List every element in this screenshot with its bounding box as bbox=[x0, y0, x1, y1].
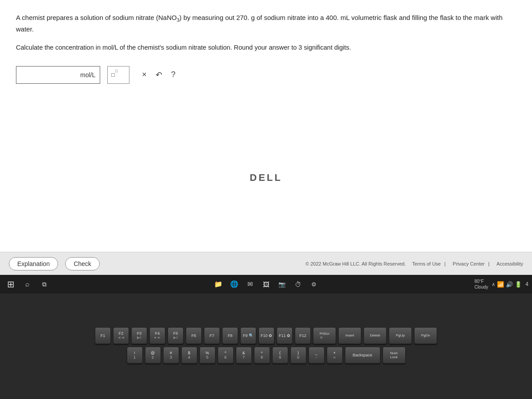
problem-statement: A chemist prepares a solution of sodium … bbox=[16, 12, 516, 35]
separator2: | bbox=[488, 261, 489, 266]
browser-icon[interactable]: 🌐 bbox=[228, 278, 240, 290]
unit-label: mol/L bbox=[80, 71, 95, 78]
key-7[interactable]: &7 bbox=[236, 347, 252, 364]
chevron-up-icon[interactable]: ∧ bbox=[492, 282, 495, 287]
key-backspace[interactable]: Backspace bbox=[345, 347, 380, 364]
number-key-row: !1 @2 #3 $4 %5 ^6 &7 *8 (9 )0 _- += Back… bbox=[127, 347, 406, 364]
taskbar-center: 📁 🌐 ✉ 🖼 📷 ⏱ ⚙ bbox=[212, 278, 320, 290]
key-f1[interactable]: F1 bbox=[95, 327, 111, 344]
key-f10[interactable]: F10 ✿ bbox=[258, 327, 274, 344]
bottom-bar: Explanation Check © 2022 McGraw Hill LLC… bbox=[0, 252, 532, 275]
search-icon[interactable]: ⌕ bbox=[20, 277, 35, 291]
photo-icon[interactable]: 🖼 bbox=[260, 278, 272, 290]
key-f11[interactable]: F11 ✿ bbox=[277, 327, 293, 344]
key-insert[interactable]: Insert bbox=[338, 327, 361, 344]
battery-icon[interactable]: 🔋 bbox=[515, 281, 522, 288]
system-tray: ∧ 📶 🔊 🔋 4 bbox=[492, 281, 528, 288]
help-button[interactable]: ? bbox=[169, 69, 177, 80]
key-f5[interactable]: F5▶ll bbox=[168, 327, 184, 344]
clock-icon[interactable]: ⏱ bbox=[292, 278, 304, 290]
key-8[interactable]: *8 bbox=[254, 347, 270, 364]
settings-icon[interactable]: ⚙ bbox=[308, 278, 320, 290]
key-minus[interactable]: _- bbox=[309, 347, 325, 364]
separator1: | bbox=[444, 261, 446, 266]
terms-link[interactable]: Terms of Use bbox=[412, 261, 441, 266]
key-delete[interactable]: Delete bbox=[364, 327, 387, 344]
taskbar-left: ⊞ ⌕ ⧉ bbox=[4, 277, 51, 291]
key-1[interactable]: !1 bbox=[127, 347, 143, 364]
key-pgup[interactable]: PgUp bbox=[389, 327, 412, 344]
taskview-icon[interactable]: ⧉ bbox=[37, 277, 51, 291]
key-f8[interactable]: F8 bbox=[222, 327, 238, 344]
keyboard: F1 F2◄◄ F3▶ll F4►► F5▶ll F6 F7 F8 F9 🔍 F… bbox=[0, 293, 532, 399]
undo-button[interactable]: ↶ bbox=[154, 69, 164, 81]
key-f12[interactable]: F12 bbox=[295, 327, 311, 344]
accessibility-link[interactable]: Accessibility bbox=[497, 261, 523, 266]
answer-row: mol/L □□ × ↶ ? bbox=[16, 66, 516, 84]
key-3[interactable]: #3 bbox=[163, 347, 179, 364]
copyright-text: © 2022 McGraw Hill LLC. All Rights Reser… bbox=[305, 261, 406, 266]
start-button[interactable]: ⊞ bbox=[4, 277, 18, 291]
answer-input-container: mol/L bbox=[16, 66, 100, 84]
key-f3[interactable]: F3▶ll bbox=[131, 327, 147, 344]
question-text: Calculate the concentration in mol/L of … bbox=[16, 43, 516, 53]
key-f7[interactable]: F7 bbox=[204, 327, 220, 344]
center-icons: 📁 🌐 ✉ 🖼 📷 ⏱ ⚙ bbox=[212, 278, 320, 290]
key-f6[interactable]: F6 bbox=[186, 327, 202, 344]
key-prtscr[interactable]: PrtScr↑l bbox=[313, 327, 336, 344]
key-0[interactable]: )0 bbox=[290, 347, 306, 364]
key-f4[interactable]: F4►► bbox=[149, 327, 165, 344]
key-4[interactable]: $4 bbox=[181, 347, 197, 364]
key-2[interactable]: @2 bbox=[145, 347, 161, 364]
wifi-icon[interactable]: 📶 bbox=[497, 281, 504, 288]
key-f9[interactable]: F9 🔍 bbox=[240, 327, 256, 344]
clock-time: 4 bbox=[525, 281, 528, 287]
explanation-button[interactable]: Explanation bbox=[9, 257, 58, 270]
key-equals[interactable]: += bbox=[327, 347, 343, 364]
exponent-box: □□ bbox=[107, 66, 129, 84]
answer-input[interactable] bbox=[21, 71, 78, 78]
dell-label: DELL bbox=[250, 172, 282, 184]
weather-widget[interactable]: 80°F Cloudy bbox=[474, 278, 488, 290]
key-pgdn[interactable]: PgDn bbox=[414, 327, 437, 344]
weather-condition: Cloudy bbox=[474, 284, 488, 290]
privacy-link[interactable]: Privacy Center bbox=[453, 261, 485, 266]
fn-key-row: F1 F2◄◄ F3▶ll F4►► F5▶ll F6 F7 F8 F9 🔍 F… bbox=[95, 327, 437, 344]
mail-icon[interactable]: ✉ bbox=[244, 278, 256, 290]
toolbar-buttons: × ↶ ? bbox=[140, 69, 177, 81]
taskbar-right: 80°F Cloudy ∧ 📶 🔊 🔋 4 bbox=[472, 278, 528, 290]
key-numlock[interactable]: NumLock bbox=[383, 347, 406, 364]
check-button[interactable]: Check bbox=[65, 257, 100, 270]
camera-icon[interactable]: 📷 bbox=[276, 278, 288, 290]
weather-temp: 80°F bbox=[474, 278, 488, 284]
sound-icon[interactable]: 🔊 bbox=[506, 281, 513, 288]
key-5[interactable]: %5 bbox=[200, 347, 215, 364]
clear-button[interactable]: × bbox=[140, 69, 149, 80]
taskbar: ⊞ ⌕ ⧉ 📁 🌐 ✉ 🖼 📷 ⏱ ⚙ 80°F Cloudy ∧ 📶 🔊 bbox=[0, 275, 532, 293]
key-9[interactable]: (9 bbox=[272, 347, 288, 364]
file-explorer-icon[interactable]: 📁 bbox=[212, 278, 224, 290]
exponent-symbol: □□ bbox=[111, 71, 117, 78]
key-6[interactable]: ^6 bbox=[218, 347, 234, 364]
key-f2[interactable]: F2◄◄ bbox=[113, 327, 129, 344]
